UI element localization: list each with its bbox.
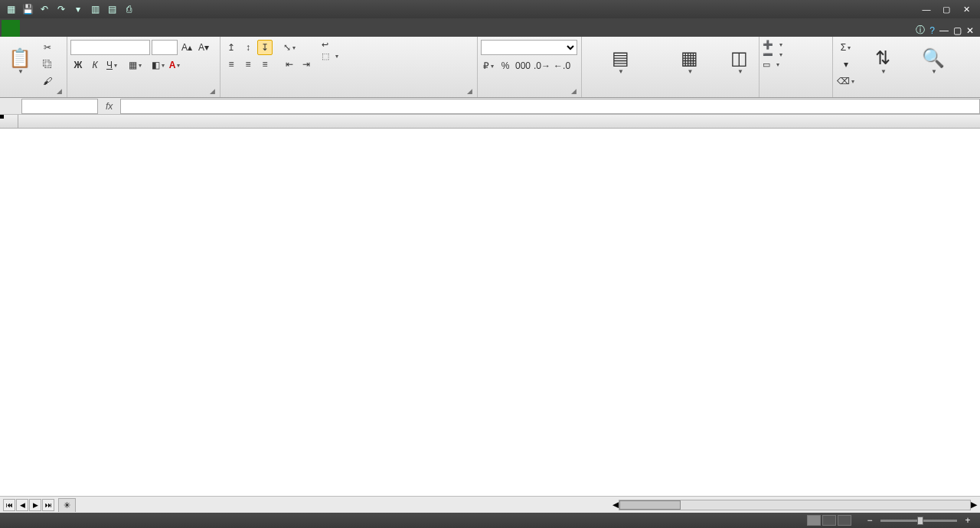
fx-icon[interactable]: fx <box>98 101 120 112</box>
clear-button[interactable]: ⌫▾ <box>836 73 855 89</box>
copy-button[interactable]: ⿻ <box>40 57 55 72</box>
quick-access-toolbar: ▦ 💾 ↶ ↷ ▾ ▥ ▤ ⎙ <box>0 3 139 15</box>
decrease-indent-button[interactable]: ⇤ <box>282 57 297 72</box>
group-styles: ▤▼ ▦▼ ◫▼ <box>582 37 760 97</box>
font-name-combo[interactable] <box>70 40 150 55</box>
delete-cells-button[interactable]: ➖▾ <box>763 50 782 60</box>
italic-button[interactable]: К <box>87 57 103 73</box>
font-color-button[interactable]: A▾ <box>167 57 182 73</box>
underline-button[interactable]: Ч▾ <box>104 57 119 73</box>
qat-icon-3[interactable]: ▤ <box>106 3 118 15</box>
launcher-icon[interactable]: ◢ <box>57 87 62 95</box>
border-button[interactable]: ▦▾ <box>127 57 142 73</box>
ribbon: 📋 ▼ ✂ ⿻ 🖌 ◢ A▴ A▾ Ж К Ч▾ <box>0 37 980 98</box>
minimize-ribbon-icon[interactable]: ⓘ <box>916 24 925 37</box>
title-bar: ▦ 💾 ↶ ↷ ▾ ▥ ▤ ⎙ — ▢ ✕ <box>0 0 980 18</box>
sheet-first-button[interactable]: ⏮ <box>3 499 15 511</box>
horizontal-scrollbar[interactable]: ◀ ▶ <box>77 500 980 510</box>
number-format-combo[interactable] <box>481 40 577 55</box>
normal-view-button[interactable] <box>807 515 821 526</box>
align-bottom-button[interactable]: ↧ <box>257 40 273 55</box>
grow-font-button[interactable]: A▴ <box>179 40 194 55</box>
formula-input[interactable] <box>120 99 980 114</box>
scroll-left-button[interactable]: ◀ <box>612 500 619 510</box>
decrease-decimal-button[interactable]: ←.0 <box>553 58 571 73</box>
zoom-slider[interactable] <box>880 520 957 522</box>
save-icon[interactable]: 💾 <box>21 3 34 15</box>
align-center-button[interactable]: ≡ <box>240 57 256 72</box>
format-icon: ▭ <box>763 60 770 70</box>
insert-cells-button[interactable]: ➕▾ <box>763 40 782 50</box>
group-clipboard: 📋 ▼ ✂ ⿻ 🖌 ◢ <box>0 37 67 97</box>
column-headers[interactable] <box>18 115 980 129</box>
font-size-combo[interactable] <box>152 40 178 55</box>
qat-icon[interactable]: ▾ <box>72 3 84 15</box>
zoom-in-button[interactable]: + <box>960 513 975 528</box>
paste-button[interactable]: 📋 ▼ <box>3 40 37 84</box>
sheet-prev-button[interactable]: ◀ <box>16 499 28 511</box>
zoom-out-button[interactable]: − <box>862 513 877 528</box>
align-top-button[interactable]: ↥ <box>224 40 239 55</box>
page-break-view-button[interactable] <box>838 515 851 526</box>
redo-icon[interactable]: ↷ <box>55 3 67 15</box>
sheet-next-button[interactable]: ▶ <box>29 499 41 511</box>
format-cells-button[interactable]: ▭▾ <box>763 60 779 70</box>
page-layout-view-button[interactable] <box>822 515 836 526</box>
orientation-button[interactable]: ⤡▾ <box>282 40 297 55</box>
format-painter-button[interactable]: 🖌 <box>40 73 55 89</box>
increase-indent-button[interactable]: ⇥ <box>299 57 314 72</box>
shrink-font-button[interactable]: A▾ <box>196 40 211 55</box>
scroll-right-button[interactable]: ▶ <box>971 500 977 510</box>
help-icon[interactable]: ? <box>929 25 935 36</box>
maximize-button[interactable]: ▢ <box>940 4 952 15</box>
spreadsheet-grid[interactable] <box>0 115 980 496</box>
comma-button[interactable]: 000 <box>514 58 531 73</box>
qat-icon-4[interactable]: ⎙ <box>122 3 135 15</box>
group-label: ◢ <box>3 94 64 96</box>
conditional-formatting-button[interactable]: ▤▼ <box>585 40 655 84</box>
undo-icon[interactable]: ↶ <box>38 3 51 15</box>
doc-max-button[interactable]: ▢ <box>953 25 962 36</box>
autosum-button[interactable]: Σ▾ <box>836 40 855 55</box>
find-select-button[interactable]: 🔍▼ <box>910 40 956 84</box>
align-left-button[interactable]: ≡ <box>224 57 239 72</box>
status-bar: − + <box>0 513 980 528</box>
new-sheet-button[interactable]: ✳ <box>58 498 76 512</box>
launcher-icon[interactable]: ◢ <box>210 87 215 95</box>
file-tab[interactable] <box>2 20 20 37</box>
minimize-button[interactable]: — <box>920 4 933 15</box>
cut-button[interactable]: ✂ <box>40 40 55 55</box>
merge-center-button[interactable]: ⬚▾ <box>322 51 338 61</box>
cell-styles-button[interactable]: ◫▼ <box>724 40 756 84</box>
view-buttons <box>807 515 851 526</box>
currency-button[interactable]: ₽▾ <box>481 58 496 73</box>
doc-close-button[interactable]: ✕ <box>966 25 974 36</box>
fill-button[interactable]: ▾ <box>836 57 855 72</box>
close-button[interactable]: ✕ <box>960 4 972 15</box>
group-number: ₽▾ % 000 .0→ ←.0 ◢ <box>478 37 582 97</box>
window-controls: — ▢ ✕ <box>913 4 980 15</box>
align-middle-button[interactable]: ↕ <box>240 40 256 55</box>
qat-icon-2[interactable]: ▥ <box>89 3 101 15</box>
percent-button[interactable]: % <box>498 58 513 73</box>
select-all-button[interactable] <box>0 115 18 129</box>
increase-decimal-button[interactable]: .0→ <box>533 58 551 73</box>
name-box[interactable] <box>21 99 98 114</box>
group-label: ◢ <box>224 94 474 96</box>
format-as-table-button[interactable]: ▦▼ <box>658 40 720 84</box>
table-icon: ▦ <box>681 48 698 68</box>
sheet-nav: ⏮ ◀ ▶ ⏭ <box>0 499 58 511</box>
doc-min-button[interactable]: — <box>939 25 949 36</box>
launcher-icon[interactable]: ◢ <box>467 87 472 95</box>
group-label <box>585 94 756 96</box>
zoom-controls: − + <box>859 513 975 528</box>
bold-button[interactable]: Ж <box>70 57 86 73</box>
sheet-last-button[interactable]: ⏭ <box>42 499 54 511</box>
launcher-icon[interactable]: ◢ <box>571 87 577 95</box>
fill-color-button[interactable]: ◧▾ <box>150 57 165 73</box>
wrap-text-button[interactable]: ↩ <box>322 40 338 50</box>
align-right-button[interactable]: ≡ <box>257 57 273 72</box>
sort-filter-button[interactable]: ⇅▼ <box>858 40 907 84</box>
scroll-thumb[interactable] <box>619 500 681 510</box>
group-label <box>836 94 977 96</box>
